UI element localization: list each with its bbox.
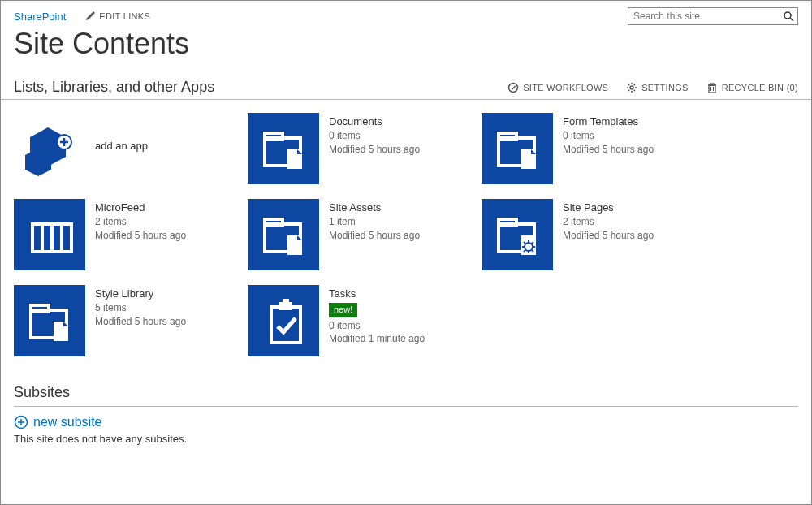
add-app-icon [14,113,85,184]
app-items: 5 items [95,301,186,315]
gear-icon [626,82,637,93]
svg-line-38 [634,84,635,85]
app-name: Form Templates [563,114,654,129]
site-workflows-link[interactable]: SITE WORKFLOWS [508,82,608,93]
recycle-bin-label: RECYCLE BIN (0) [722,83,798,93]
svg-line-39 [628,89,629,90]
app-modified: Modified 1 minute ago [329,332,425,346]
settings-label: SETTINGS [641,83,688,93]
app-tasks[interactable]: Tasks new! 0 items Modified 1 minute ago [243,282,475,360]
app-name: Tasks [329,287,425,301]
app-items: 0 items [329,129,420,143]
app-items: 2 items [95,215,186,229]
app-items: 0 items [563,129,654,143]
pencil-icon [85,11,95,21]
app-modified: Modified 5 hours ago [95,229,186,243]
search-box[interactable] [628,7,798,25]
settings-link[interactable]: SETTINGS [626,82,688,93]
new-badge: new! [329,303,357,317]
app-site-pages[interactable]: Site Pages 2 items Modified 5 hours ago [477,196,709,274]
app-modified: Modified 5 hours ago [563,229,654,243]
app-name: Documents [329,114,420,129]
new-subsite-label: new subsite [33,415,102,429]
app-items: 0 items [329,319,425,333]
workflow-icon [508,82,519,93]
app-items: 1 item [329,215,420,229]
app-microfeed[interactable]: MicroFeed 2 items Modified 5 hours ago [9,196,241,274]
app-style-library[interactable]: Style Library 5 items Modified 5 hours a… [9,282,241,360]
add-app-tile[interactable]: add an app [9,110,241,188]
doclib-icon [482,113,553,184]
doclib-icon [248,199,319,270]
recycle-bin-link[interactable]: RECYCLE BIN (0) [706,82,798,93]
svg-line-36 [628,84,629,85]
doclib-icon [248,113,319,184]
section-apps-title: Lists, Libraries, and other Apps [14,79,214,96]
app-modified: Modified 5 hours ago [329,143,420,157]
edit-links-label: EDIT LINKS [99,11,150,21]
svg-line-37 [634,89,635,90]
columns-icon [14,199,85,270]
svg-point-31 [630,86,633,89]
app-name: Site Pages [563,201,654,215]
section-subsites-title: Subsites [14,384,798,407]
clipboard-check-icon [248,285,319,356]
doclib-gear-icon [482,199,553,270]
plus-circle-icon [14,415,28,429]
new-subsite-link[interactable]: new subsite [14,415,811,429]
svg-line-29 [790,18,793,21]
add-app-label: add an app [95,139,148,153]
search-input[interactable] [632,10,783,23]
sharepoint-link[interactable]: SharePoint [14,11,66,23]
page-title: Site Contents [14,27,811,61]
app-modified: Modified 5 hours ago [95,315,186,329]
edit-links-button[interactable]: EDIT LINKS [85,11,150,21]
subsites-empty-message: This site does not have any subsites. [14,433,798,445]
search-icon[interactable] [783,11,794,22]
recycle-bin-icon [706,82,718,93]
app-documents[interactable]: Documents 0 items Modified 5 hours ago [243,110,475,188]
app-items: 2 items [563,215,654,229]
svg-rect-40 [709,85,715,93]
doclib-icon [14,285,85,356]
app-form-templates[interactable]: Form Templates 0 items Modified 5 hours … [477,110,709,188]
app-modified: Modified 5 hours ago [563,143,654,157]
app-name: MicroFeed [95,201,186,215]
app-name: Style Library [95,287,186,301]
app-name: Site Assets [329,201,420,215]
svg-rect-42 [710,84,714,85]
svg-point-28 [784,12,791,19]
site-workflows-label: SITE WORKFLOWS [523,83,608,93]
app-modified: Modified 5 hours ago [329,229,420,243]
app-site-assets[interactable]: Site Assets 1 item Modified 5 hours ago [243,196,475,274]
